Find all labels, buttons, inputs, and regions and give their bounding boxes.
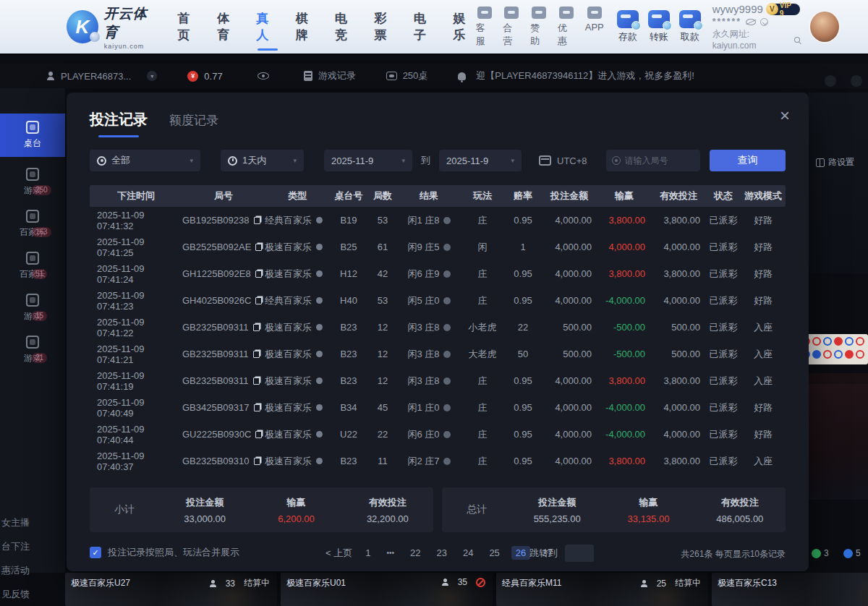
copy-icon[interactable]: [253, 324, 260, 331]
nav-item-彩票[interactable]: 彩票: [375, 6, 397, 48]
tab-bet-records[interactable]: 投注记录: [90, 110, 148, 137]
page-button-1[interactable]: 1: [361, 546, 375, 560]
page-button-25[interactable]: 25: [485, 546, 503, 560]
copy-icon[interactable]: [255, 270, 262, 278]
copy-icon[interactable]: [253, 351, 260, 358]
table-row[interactable]: 2025-11-09 07:41:22GB2325B09311极速百家乐B231…: [90, 314, 786, 341]
tables-icon: [26, 121, 39, 134]
site-logo[interactable]: K 开云体育 kaiyun.com: [67, 4, 159, 50]
sidebar-item-游戏-5[interactable]: 游戏21: [0, 331, 65, 369]
quick-link-合营[interactable]: 合营: [503, 7, 520, 48]
table-status: 结算中: [675, 577, 701, 589]
quick-link-优惠[interactable]: 优惠: [558, 7, 575, 48]
nav-item-首页[interactable]: 首页: [178, 6, 200, 48]
sidebar-bottom-item-女主播[interactable]: 女主播: [1, 516, 64, 529]
category-select[interactable]: 全部 ▾: [90, 150, 200, 171]
sidebar-item-百家乐-3[interactable]: 百家乐51: [0, 247, 65, 285]
nav-item-体育[interactable]: 体育: [217, 6, 239, 48]
wallet-link-存款[interactable]: 存款: [617, 10, 639, 43]
sidebar-bottom-item-台下注[interactable]: 台下注: [1, 540, 64, 553]
nav-item-娱乐[interactable]: 娱乐: [453, 6, 475, 48]
quick-link-APP[interactable]: APP: [585, 7, 604, 48]
result-info-icon[interactable]: [443, 458, 451, 465]
prev-page-button[interactable]: < 上页: [326, 547, 352, 560]
copy-icon[interactable]: [255, 244, 262, 251]
result-info-icon[interactable]: [443, 377, 451, 385]
round-id-cell: GB2325B09311: [182, 375, 265, 386]
table-row[interactable]: 2025-11-09 07:41:24GH1225B092E8极速百家乐H124…: [90, 260, 786, 287]
table-row[interactable]: 2025-11-09 07:41:23GH4025B0926C经典百家乐H405…: [90, 287, 786, 314]
table-row[interactable]: 2025-11-09 07:41:19GB2325B09311极速百家乐B231…: [90, 367, 786, 394]
table-count-label[interactable]: 250桌: [403, 69, 428, 82]
result-info-icon[interactable]: [443, 404, 451, 411]
round-id: GB2325B09311: [182, 322, 249, 333]
table-thumbnail-极速百家乐C13[interactable]: 极速百家乐C13: [712, 573, 868, 606]
copy-icon[interactable]: [254, 217, 260, 224]
chevron-down-icon[interactable]: ▾: [147, 71, 157, 81]
nav-item-电子[interactable]: 电子: [414, 6, 436, 48]
nav-item-电竞[interactable]: 电竞: [335, 6, 357, 48]
chevron-circle-icon[interactable]: [760, 18, 768, 26]
quick-link-客服[interactable]: 客服: [476, 7, 493, 48]
sidebar-bottom-item-惠活动[interactable]: 惠活动: [1, 564, 64, 577]
sidebar-item-百家乐-2[interactable]: 百家乐163: [0, 205, 65, 243]
result-info-icon[interactable]: [443, 324, 451, 331]
sidebar-count-badge: 15: [32, 311, 47, 321]
result-info-icon[interactable]: [443, 270, 451, 278]
copy-icon[interactable]: [255, 431, 262, 438]
sidebar-item-桌台-0[interactable]: 桌台: [0, 114, 65, 157]
sidebar-item-游戏-1[interactable]: 游戏250: [0, 163, 65, 201]
wallet-link-取款[interactable]: 取款: [679, 10, 701, 43]
time-range-select[interactable]: 1天内 ▾: [221, 150, 304, 171]
nav-item-真人[interactable]: 真人: [256, 6, 278, 48]
game-record-label[interactable]: 游戏记录: [318, 69, 356, 82]
result-info-icon[interactable]: [443, 431, 451, 438]
table-row[interactable]: 2025-11-09 07:41:21GB2325B09311极速百家乐B231…: [90, 341, 786, 367]
road-settings-link[interactable]: 路设置: [816, 156, 854, 168]
all-games-icon: [26, 168, 39, 181]
round-no: 42: [367, 268, 398, 279]
player-id[interactable]: PLAYER46873...: [61, 71, 131, 82]
table-thumbnail-经典百家乐M11[interactable]: 经典百家乐M1125结算中: [496, 573, 708, 606]
jump-input[interactable]: [565, 545, 594, 562]
close-icon[interactable]: ×: [780, 107, 790, 124]
tab-quota-records[interactable]: 额度记录: [169, 112, 218, 129]
page-button-26[interactable]: 26: [511, 546, 530, 560]
user-avatar[interactable]: [809, 10, 841, 43]
magnifier-icon[interactable]: [794, 37, 800, 43]
customer-service-icon: [477, 7, 492, 19]
copy-icon[interactable]: [254, 404, 260, 411]
table-row[interactable]: 2025-11-09 07:40:44GU2225B0930C极速百家乐U222…: [90, 421, 786, 448]
page-button-23[interactable]: 23: [432, 546, 451, 560]
date-from-select[interactable]: 2025-11-9 ▾: [324, 150, 412, 171]
table-row[interactable]: 2025-11-09 07:40:49GB3425B09317极速百家乐B344…: [90, 394, 786, 421]
table-row[interactable]: 2025-11-09 07:41:32GB1925B09238经典百家乐B195…: [90, 207, 786, 234]
copy-icon[interactable]: [255, 297, 262, 304]
copy-icon[interactable]: [254, 458, 260, 465]
wallet-link-转账[interactable]: 转账: [648, 10, 670, 43]
page-button-24[interactable]: 24: [459, 546, 477, 560]
sidebar-bottom-item-见反馈[interactable]: 见反馈: [1, 588, 64, 601]
page-button-22[interactable]: 22: [406, 546, 425, 560]
quick-link-赞助[interactable]: 赞助: [530, 7, 548, 48]
mute-icon[interactable]: [851, 75, 862, 87]
sidebar-item-游戏-4[interactable]: 游戏15: [0, 289, 65, 327]
eye-slash-icon[interactable]: [746, 19, 756, 25]
copy-icon[interactable]: [253, 377, 260, 385]
round-search-input[interactable]: [625, 155, 690, 166]
table-thumbnail-极速百家乐U27[interactable]: 极速百家乐U2733结算中: [65, 573, 277, 606]
calendar-icon[interactable]: [539, 155, 551, 166]
result-info-icon[interactable]: [443, 351, 451, 358]
result-info-icon[interactable]: [443, 244, 451, 251]
nav-item-棋牌[interactable]: 棋牌: [296, 6, 318, 48]
eye-icon[interactable]: [258, 72, 269, 80]
result-info-icon[interactable]: [443, 297, 451, 304]
search-button[interactable]: 查询: [710, 150, 786, 171]
table-row[interactable]: 2025-11-09 07:40:37GB2325B09310极速百家乐B231…: [90, 448, 786, 474]
table-thumbnail-极速百家乐U01[interactable]: 极速百家乐U0135: [281, 573, 493, 606]
merge-checkbox[interactable]: ✓: [90, 547, 101, 558]
date-to-select[interactable]: 2025-11-9 ▾: [439, 150, 522, 171]
camera-icon[interactable]: [825, 75, 836, 87]
table-row[interactable]: 2025-11-09 07:41:25GB2525B092AE极速百家乐B256…: [90, 234, 786, 260]
result-info-icon[interactable]: [443, 217, 451, 224]
